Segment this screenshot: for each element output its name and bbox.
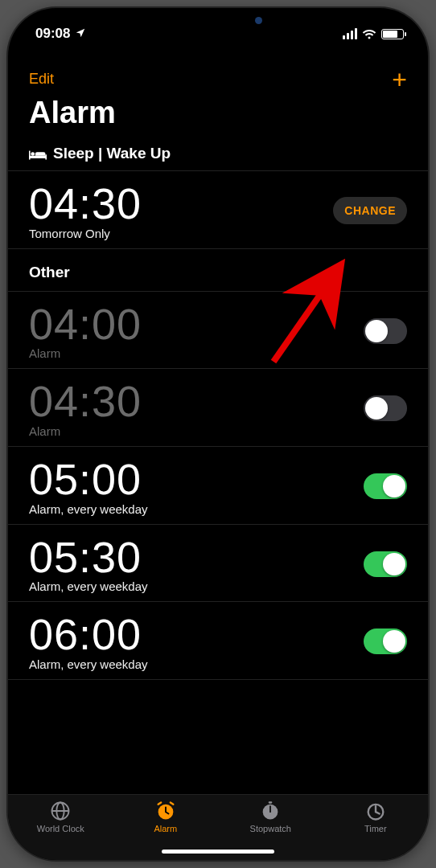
alarm-toggle[interactable] [364, 628, 407, 654]
alarm-row[interactable]: 05:30Alarm, every weekday [8, 525, 428, 603]
alarm-row[interactable]: 06:00Alarm, every weekday [8, 602, 428, 680]
tab-world-clock[interactable]: World Clock [8, 800, 113, 833]
sleep-wake-header-label: Sleep | Wake Up [53, 145, 171, 162]
tab-alarm-label: Alarm [154, 824, 177, 833]
navbar: Edit + [8, 64, 428, 91]
tab-timer[interactable]: Timer [323, 800, 429, 833]
add-alarm-button[interactable]: + [392, 72, 407, 88]
location-icon [75, 27, 86, 41]
page-title: Alarm [8, 91, 428, 141]
svg-rect-0 [29, 156, 47, 158]
tab-stopwatch[interactable]: Stopwatch [218, 800, 323, 833]
alarm-sub: Alarm, every weekday [29, 657, 148, 671]
alarm-time: 04:30 [29, 379, 142, 424]
svg-rect-9 [269, 801, 273, 803]
bed-icon [29, 147, 47, 160]
alarm-row[interactable]: 04:30Alarm [8, 369, 428, 447]
sleep-alarm-row: 04:30 Tomorrow Only CHANGE [8, 171, 428, 249]
alarm-toggle[interactable] [364, 473, 407, 499]
sleep-alarm-time: 04:30 [29, 181, 142, 227]
alarm-toggle[interactable] [364, 318, 407, 344]
alarm-sub: Alarm [29, 346, 142, 360]
alarm-sub: Alarm, every weekday [29, 579, 148, 593]
sleep-alarm-sub: Tomorrow Only [29, 227, 142, 240]
alarm-time: 05:00 [29, 457, 148, 502]
alarm-sub: Alarm, every weekday [29, 502, 148, 516]
phone-frame: 09:08 Edit + Alarm Sleep | Wake Up [8, 8, 428, 860]
sleep-wake-header: Sleep | Wake Up [8, 141, 428, 171]
alarm-time: 06:00 [29, 612, 148, 657]
svg-rect-2 [45, 154, 47, 159]
svg-rect-1 [29, 150, 31, 159]
battery-icon [381, 29, 404, 39]
home-indicator[interactable] [162, 850, 274, 854]
alarm-time: 05:30 [29, 534, 148, 580]
notch [130, 8, 306, 32]
status-time: 09:08 [35, 26, 70, 42]
svg-point-3 [31, 152, 35, 156]
alarm-row[interactable]: 05:00Alarm, every weekday [8, 447, 428, 525]
edit-button[interactable]: Edit [29, 71, 54, 88]
change-button[interactable]: CHANGE [333, 197, 407, 224]
other-header: Other [8, 249, 428, 292]
tab-world-clock-label: World Clock [37, 824, 84, 833]
tab-stopwatch-label: Stopwatch [250, 824, 291, 833]
tab-timer-label: Timer [364, 824, 387, 833]
tab-alarm[interactable]: Alarm [113, 800, 219, 833]
alarm-toggle[interactable] [364, 395, 407, 421]
alarm-row[interactable]: 04:00Alarm [8, 292, 428, 370]
alarm-time: 04:00 [29, 301, 142, 347]
wifi-icon [362, 28, 376, 39]
cellular-icon [343, 28, 357, 39]
alarm-toggle[interactable] [364, 551, 407, 577]
alarm-sub: Alarm [29, 424, 142, 438]
